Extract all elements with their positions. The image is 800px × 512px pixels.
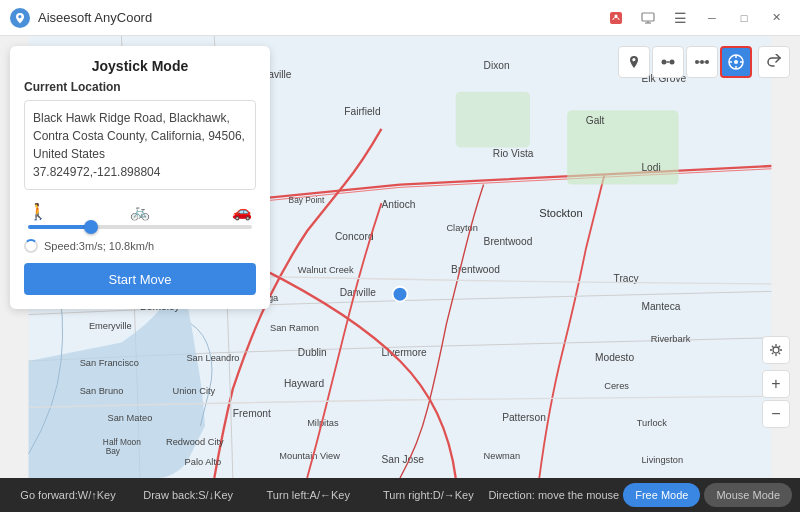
panel-subtitle: Current Location — [24, 80, 256, 94]
svg-text:Riverbark: Riverbark — [651, 334, 691, 344]
speed-info: Speed:3m/s; 10.8km/h — [24, 239, 256, 253]
svg-point-65 — [695, 60, 699, 64]
svg-text:Manteca: Manteca — [641, 301, 680, 312]
close-button[interactable]: ✕ — [762, 4, 790, 32]
svg-text:Bay: Bay — [106, 446, 121, 456]
svg-text:Hayward: Hayward — [284, 378, 325, 389]
svg-text:Stockton: Stockton — [539, 207, 582, 219]
mouse-mode-button[interactable]: Mouse Mode — [704, 483, 792, 507]
svg-rect-2 — [642, 13, 654, 21]
svg-text:Livingston: Livingston — [641, 455, 683, 465]
svg-text:Walnut Creek: Walnut Creek — [298, 265, 354, 275]
svg-point-67 — [705, 60, 709, 64]
svg-point-1 — [615, 14, 618, 17]
svg-text:Ceres: Ceres — [604, 381, 629, 391]
menu-icon[interactable]: ☰ — [666, 4, 694, 32]
speed-spinner-icon — [24, 239, 38, 253]
svg-point-62 — [662, 60, 667, 65]
key-direction: Direction: move the mouse — [488, 489, 619, 501]
svg-point-61 — [393, 287, 408, 302]
svg-text:Patterson: Patterson — [502, 412, 546, 423]
svg-text:Dublin: Dublin — [298, 347, 327, 358]
key-left: Turn left:A/←Key — [248, 489, 368, 501]
free-mode-button[interactable]: Free Mode — [623, 483, 700, 507]
svg-text:Clayton: Clayton — [446, 223, 477, 233]
speed-value: Speed:3m/s; 10.8km/h — [44, 240, 154, 252]
speed-slider-container[interactable] — [24, 225, 256, 229]
map-container[interactable]: Santa Rosa Vacaville Dixon Elk Grove Nap… — [0, 36, 800, 478]
svg-point-63 — [670, 60, 675, 65]
bike-icon: 🚲 — [130, 202, 150, 221]
svg-text:Fremont: Fremont — [233, 408, 271, 419]
svg-text:San Mateo: San Mateo — [108, 413, 153, 423]
svg-text:San Bruno: San Bruno — [80, 386, 124, 396]
start-move-button[interactable]: Start Move — [24, 263, 256, 295]
svg-text:Redwood City: Redwood City — [166, 437, 224, 447]
svg-text:Brentwood: Brentwood — [484, 236, 533, 247]
bottom-bar: Go forward:W/↑Key Draw back:S/↓Key Turn … — [0, 478, 800, 512]
map-toolbar — [618, 46, 790, 78]
maximize-button[interactable]: □ — [730, 4, 758, 32]
walk-icon: 🚶 — [28, 202, 48, 221]
location-pin-tool[interactable] — [618, 46, 650, 78]
profile-icon[interactable] — [602, 4, 630, 32]
svg-point-76 — [773, 347, 779, 353]
svg-text:San Francisco: San Francisco — [80, 358, 139, 368]
svg-text:San Ramon: San Ramon — [270, 323, 319, 333]
car-icon: 🚗 — [232, 202, 252, 221]
speed-slider[interactable] — [28, 225, 252, 229]
zoom-controls: + − — [762, 336, 790, 428]
key-forward: Go forward:W/↑Key — [8, 489, 128, 501]
svg-text:Palo Alto: Palo Alto — [185, 457, 222, 467]
svg-text:Union City: Union City — [173, 386, 216, 396]
svg-rect-6 — [567, 110, 678, 184]
svg-text:Mountain View: Mountain View — [279, 451, 340, 461]
two-spot-tool[interactable] — [652, 46, 684, 78]
svg-text:Turlock: Turlock — [637, 418, 667, 428]
svg-text:Lodi: Lodi — [641, 162, 660, 173]
svg-text:Bay Point: Bay Point — [289, 195, 325, 205]
svg-text:Danville: Danville — [340, 287, 377, 298]
address-box: Black Hawk Ridge Road, Blackhawk, Contra… — [24, 100, 256, 190]
address-text: Black Hawk Ridge Road, Blackhawk, Contra… — [33, 111, 245, 161]
app-logo — [10, 8, 30, 28]
joystick-tool[interactable] — [720, 46, 752, 78]
svg-text:Galt: Galt — [586, 115, 605, 126]
svg-text:Antioch: Antioch — [381, 199, 415, 210]
svg-text:San Jose: San Jose — [381, 454, 424, 465]
zoom-out-button[interactable]: − — [762, 400, 790, 428]
main-area: Santa Rosa Vacaville Dixon Elk Grove Nap… — [0, 36, 800, 512]
map-settings-button[interactable] — [762, 336, 790, 364]
zoom-in-button[interactable]: + — [762, 370, 790, 398]
svg-text:Emeryville: Emeryville — [89, 321, 132, 331]
title-bar: Aiseesoft AnyCoord ☰ ─ □ ✕ — [0, 0, 800, 36]
svg-text:Rio Vista: Rio Vista — [493, 148, 534, 159]
svg-text:Concord: Concord — [335, 231, 374, 242]
minimize-button[interactable]: ─ — [698, 4, 726, 32]
side-panel: Joystick Mode Current Location Black Haw… — [10, 46, 270, 309]
svg-point-66 — [700, 60, 704, 64]
key-right: Turn right:D/→Key — [368, 489, 488, 501]
export-tool[interactable] — [758, 46, 790, 78]
key-back: Draw back:S/↓Key — [128, 489, 248, 501]
panel-title: Joystick Mode — [24, 58, 256, 74]
title-bar-controls: ☰ ─ □ ✕ — [602, 4, 790, 32]
app-title: Aiseesoft AnyCoord — [38, 10, 602, 25]
speed-slider-thumb[interactable] — [84, 220, 98, 234]
svg-text:Dixon: Dixon — [484, 60, 510, 71]
svg-text:Modesto: Modesto — [595, 352, 634, 363]
svg-text:Newman: Newman — [484, 451, 521, 461]
svg-point-71 — [734, 60, 738, 64]
coordinates-text: 37.824972,-121.898804 — [33, 165, 160, 179]
svg-text:San Leandro: San Leandro — [186, 353, 239, 363]
screen-icon[interactable] — [634, 4, 662, 32]
svg-text:Fairfield: Fairfield — [344, 106, 381, 117]
multi-spot-tool[interactable] — [686, 46, 718, 78]
svg-rect-7 — [456, 92, 530, 148]
speed-icons: 🚶 🚲 🚗 — [24, 202, 256, 221]
